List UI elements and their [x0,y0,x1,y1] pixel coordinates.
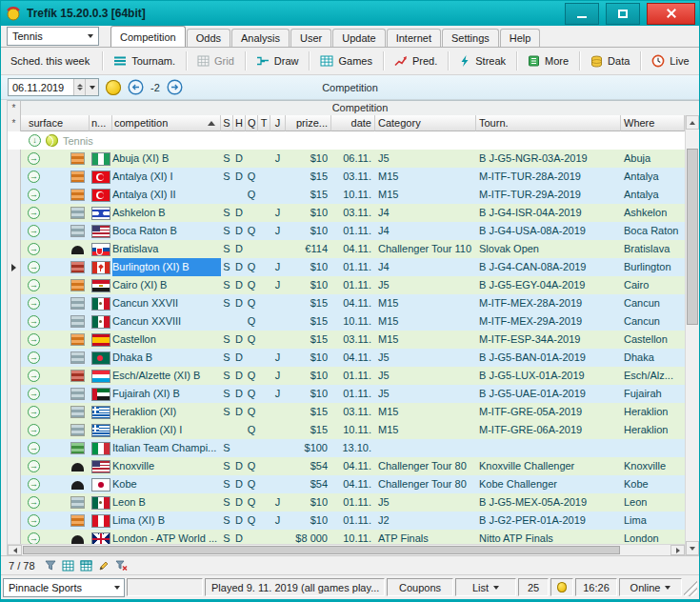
live-button[interactable]: Live [644,50,696,72]
competition-name[interactable]: London - ATP World ... [112,530,221,544]
column-header-category[interactable]: Category [375,115,476,131]
table-row[interactable]: Leon B S D Q J $10 01.11. J5 B J-G5-MEX-… [8,493,685,512]
tab[interactable]: Analysis [231,29,290,47]
sport-select[interactable]: Tennis [7,27,99,46]
table-row[interactable]: London - ATP World ... S D $8 000 10.11.… [8,530,685,544]
table-row[interactable]: Heraklion (XI) S D Q $15 03.11. M15 M-IT… [8,403,685,421]
day-back-button[interactable] [128,79,144,95]
competition-name[interactable]: Abuja (XI) B [112,150,221,168]
table-row[interactable]: Dhaka B S D J $10 04.11. J5 B J-G5-BAN-0… [8,349,685,367]
table-row[interactable]: Italian Team Champi... S $100 13.10. [8,439,685,457]
expand-row-icon[interactable] [28,406,40,418]
tab[interactable]: Odds [187,29,230,47]
competition-name[interactable]: Cancun XXVIII [112,312,221,331]
expand-row-icon[interactable] [28,225,40,237]
competition-name[interactable]: Ashkelon B [112,204,221,222]
column-header-date[interactable]: date [331,115,375,131]
table-row[interactable]: Burlington (XI) B S D Q J $10 01.11. J4 … [8,258,685,276]
scroll-up-button[interactable] [686,115,699,130]
tab[interactable]: Update [332,29,385,47]
expand-row-icon[interactable] [28,315,40,328]
titlebar[interactable]: Trefík 15.20.0.3 [64bit] [1,1,699,26]
day-forward-button[interactable] [167,79,183,95]
competition-name[interactable]: Dhaka B [112,349,221,367]
table-row[interactable]: Castellon S D Q $15 03.11. M15 M-ITF-ESP… [8,331,685,349]
competition-name[interactable]: Bratislava [112,240,221,258]
competition-name[interactable]: Leon B [112,493,221,512]
column-header-t[interactable]: T [258,115,270,131]
table-row[interactable]: Bratislava S D €114 04.11. Challenger To… [8,240,685,258]
table-row[interactable]: Antalya (XI) I S D Q $15 03.11. M15 M-IT… [8,168,685,186]
scroll-right-button[interactable] [670,545,685,555]
vertical-scroll-thumb[interactable] [687,149,698,325]
tab[interactable]: Competition [110,26,186,47]
maximize-button[interactable] [606,3,640,25]
competition-name[interactable]: Burlington (XI) B [112,258,221,276]
list-dropdown[interactable]: List [455,578,516,596]
calendar-dropdown[interactable] [85,79,98,95]
tab[interactable]: Help [500,29,541,47]
date-spinner[interactable] [73,79,85,95]
expand-row-icon[interactable] [28,424,40,436]
expand-row-icon[interactable] [28,152,40,165]
table-row[interactable]: Esch/Alzette (XI) B S D Q J $10 01.11. J… [8,367,685,385]
expand-row-icon[interactable] [28,388,40,400]
competition-name[interactable]: Fujairah (XI) B [112,385,221,403]
column-header-s[interactable]: S [221,115,233,131]
filter-icon[interactable] [45,560,56,572]
competition-name[interactable]: Lima (XI) B [112,512,221,530]
column-header-nation[interactable]: n... [90,115,112,131]
column-header-surface[interactable]: surface [21,115,90,131]
edit-pencil-icon[interactable] [98,560,110,572]
bookmaker-select[interactable]: Pinnacle Sports [3,578,125,597]
scroll-left-button[interactable] [8,545,22,555]
competition-name[interactable]: Kobe [112,475,221,493]
competition-name[interactable]: Cairo (XI) B [112,276,221,294]
collapse-group-icon[interactable] [29,134,41,147]
expand-row-icon[interactable] [28,189,40,201]
table-row[interactable]: Lima (XI) B S D Q J $10 01.11. J2 B J-G2… [8,512,685,530]
competition-name[interactable]: Antalya (XI) I [112,168,221,186]
expand-row-icon[interactable] [28,279,40,291]
expand-row-icon[interactable] [28,532,40,544]
table-row[interactable]: Cancun XXVII S D Q $15 04.11. M15 M-ITF-… [8,294,685,312]
competition-name[interactable]: Cancun XXVII [112,294,221,312]
competition-name[interactable]: Castellon [112,331,221,349]
expand-row-icon[interactable] [28,207,40,219]
expand-row-icon[interactable] [28,171,40,183]
today-ball-button[interactable] [106,80,121,95]
table-row[interactable]: Antalya (XI) II Q $15 10.11. M15 M-ITF-T… [8,186,685,204]
column-header-where[interactable]: Where [621,115,685,131]
expand-row-icon[interactable] [28,351,40,364]
horizontal-scrollbar[interactable] [8,544,685,555]
expand-row-icon[interactable] [28,261,40,273]
clear-filter-icon[interactable] [115,560,128,572]
tab[interactable]: Internet [387,29,441,47]
expand-row-icon[interactable] [28,460,40,472]
competition-name[interactable]: Italian Team Champi... [112,439,221,457]
expand-row-icon[interactable] [28,243,40,255]
vertical-scroll-track[interactable] [686,130,699,541]
tournam-button[interactable]: Tournam. [106,50,183,72]
competition-name[interactable]: Antalya (XI) II [112,186,221,204]
column-header-tourn[interactable]: Tourn. [476,115,621,131]
table-row[interactable]: Cancun XXVIII Q $15 10.11. M15 M-ITF-MEX… [8,312,685,331]
column-header-prize[interactable]: prize... [286,115,331,131]
scroll-down-button[interactable] [686,541,699,555]
table-row[interactable]: Ashkelon B S D J $10 03.11. J4 B J-G4-IS… [8,204,685,222]
competition-name[interactable]: Boca Raton B [112,222,221,240]
table-row[interactable]: Abuja (XI) B S D J $10 06.11. J5 B J-G5-… [8,150,685,168]
tab[interactable]: User [290,29,331,47]
more-button[interactable]: More [520,50,576,72]
column-header-h[interactable]: H [233,115,246,131]
games-button[interactable]: Games [312,50,379,72]
horizontal-scroll-thumb[interactable] [23,546,620,554]
expand-row-icon[interactable] [28,297,40,310]
column-header-competition[interactable]: competition [112,115,221,131]
expand-row-icon[interactable] [28,370,40,382]
draw-button[interactable]: Draw [249,50,307,72]
table-view-icon[interactable] [62,560,74,572]
close-button[interactable] [647,3,695,25]
table-row[interactable]: Fujairah (XI) B S D Q J $10 01.11. J5 B … [8,385,685,403]
competition-name[interactable]: Esch/Alzette (XI) B [112,367,221,385]
